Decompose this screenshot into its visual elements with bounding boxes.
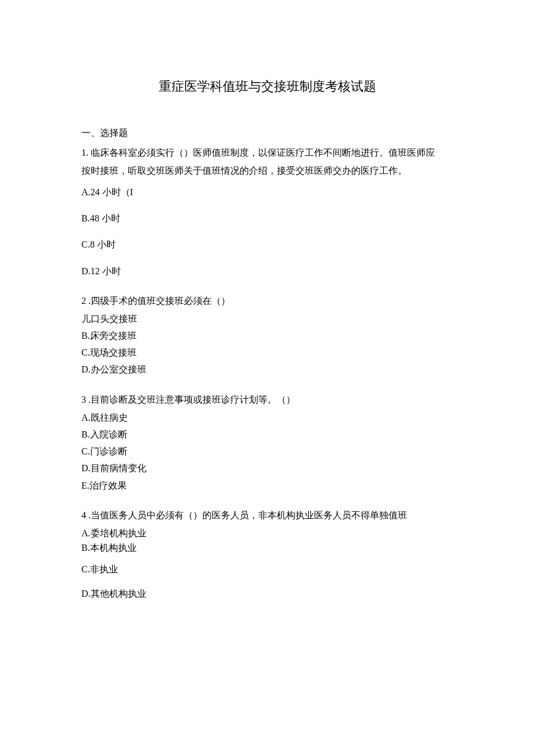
option-d: D.其他机构执业 bbox=[81, 586, 454, 601]
question-stem-line2: 按时接班，听取交班医师关于值班情况的介绍，接受交班医师交办的医疗工作。 bbox=[81, 163, 454, 178]
page-title: 重症医学科值班与交接班制度考核试题 bbox=[81, 76, 454, 97]
question-1: 1. 临床各科室必须实行（）医师值班制度，以保证医疗工作不间断地进行。值班医师应… bbox=[81, 145, 454, 279]
question-stem: 3 .目前诊断及交班注意事项或接班诊疗计划等。（） bbox=[81, 392, 454, 407]
option-a: A.委培机构执业 bbox=[81, 525, 454, 541]
option-d: D.目前病情变化 bbox=[81, 460, 454, 476]
section-label: 一、选择题 bbox=[81, 125, 454, 141]
option-d: D.12 小时 bbox=[81, 263, 454, 279]
document-page: 重症医学科值班与交接班制度考核试题 一、选择题 1. 临床各科室必须实行（）医师… bbox=[0, 0, 535, 662]
question-3: 3 .目前诊断及交班注意事项或接班诊疗计划等。（） A.既往病史 B.入院诊断 … bbox=[81, 392, 454, 493]
option-b: B.本机构执业 bbox=[81, 540, 454, 556]
option-d: D.办公室交接班 bbox=[81, 361, 454, 377]
question-2: 2 .四级手术的值班交接班必须在（） 儿口头交接班 B.床旁交接班 C.现场交接… bbox=[81, 293, 454, 378]
option-c: C.现场交接班 bbox=[81, 345, 454, 360]
option-c: C.8 小时 bbox=[81, 237, 454, 252]
question-stem: 2 .四级手术的值班交接班必须在（） bbox=[81, 293, 454, 309]
option-a: A.既往病史 bbox=[81, 410, 454, 425]
option-a: 儿口头交接班 bbox=[81, 311, 454, 327]
question-4: 4 .当值医务人员中必须有（）的医务人员，非本机构执业医务人员不得单独值班 A.… bbox=[81, 507, 454, 601]
option-b: B.入院诊断 bbox=[81, 427, 454, 442]
option-b: B.床旁交接班 bbox=[81, 328, 454, 343]
option-b: B.48 小时 bbox=[81, 210, 454, 226]
option-e: E.治疗效果 bbox=[81, 478, 454, 493]
option-a: A.24 小时（I bbox=[81, 184, 454, 200]
question-stem: 4 .当值医务人员中必须有（）的医务人员，非本机构执业医务人员不得单独值班 bbox=[81, 507, 454, 523]
option-c: C.非执业 bbox=[81, 561, 454, 577]
question-stem-line1: 1. 临床各科室必须实行（）医师值班制度，以保证医疗工作不间断地进行。值班医师应 bbox=[81, 145, 454, 160]
option-c: C.门诊诊断 bbox=[81, 443, 454, 459]
